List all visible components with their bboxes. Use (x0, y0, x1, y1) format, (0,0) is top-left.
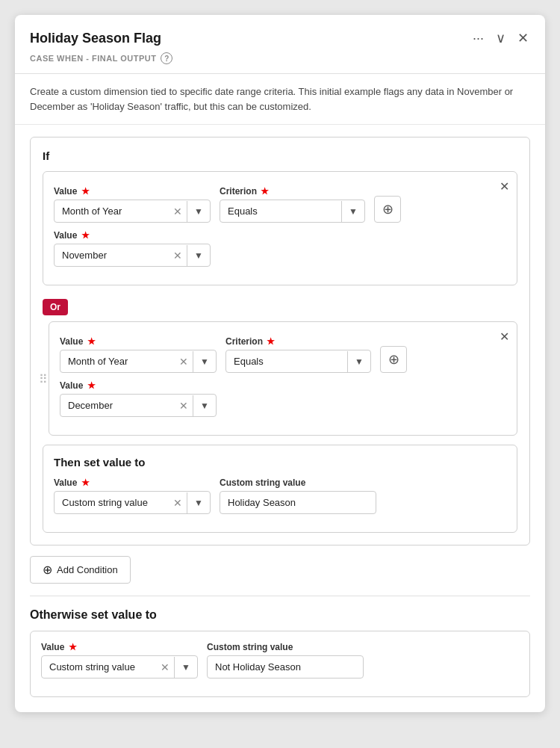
condition-1-value-label: Value ★ (54, 186, 211, 197)
then-value-select[interactable]: Custom string value ✕ ▼ (54, 491, 211, 514)
close-icon: ✕ (517, 30, 529, 46)
then-value-clear[interactable]: ✕ (169, 497, 187, 509)
collapse-button[interactable]: ∨ (494, 28, 507, 48)
condition-2-value-clear[interactable]: ✕ (175, 356, 193, 368)
condition-2-close-button[interactable]: ✕ (500, 330, 509, 344)
condition-2-criterion-arrow[interactable]: ▼ (347, 351, 370, 372)
condition-1-value-clear[interactable]: ✕ (169, 205, 187, 217)
then-row: Value ★ Custom string value ✕ ▼ Custom s… (54, 477, 506, 514)
more-icon: ··· (473, 31, 484, 46)
condition-1-criterion-arrow[interactable]: ▼ (341, 201, 364, 222)
then-block: Then set value to Value ★ Custom string … (43, 445, 517, 533)
condition-1-value-arrow[interactable]: ▼ (187, 201, 210, 222)
otherwise-value-arrow[interactable]: ▼ (174, 657, 197, 678)
condition-1-second-value-group: Value ★ November ✕ ▼ (54, 230, 211, 267)
condition-2-criterion-group: Criterion ★ Equals ▼ (225, 336, 371, 373)
otherwise-label: Otherwise set value to (30, 608, 530, 622)
panel-subtitle: CASE WHEN - FINAL OUTPUT ? (30, 52, 530, 64)
otherwise-block: Value ★ Custom string value ✕ ▼ Custom s… (30, 631, 530, 697)
plus-icon: ⊕ (43, 563, 52, 577)
more-options-button[interactable]: ··· (471, 29, 485, 48)
condition-1-second-value-arrow[interactable]: ▼ (187, 245, 210, 266)
then-value-label: Value ★ (54, 477, 211, 488)
if-block: If ✕ Value ★ Month of Year ✕ ▼ (30, 137, 530, 545)
condition-card-1: ✕ Value ★ Month of Year ✕ ▼ (43, 171, 517, 285)
otherwise-value-clear[interactable]: ✕ (156, 661, 174, 673)
condition-2-second-value-arrow[interactable]: ▼ (193, 395, 216, 416)
panel-header-top: Holiday Season Flag ··· ∨ ✕ (30, 28, 530, 48)
condition-1-value-select[interactable]: Month of Year ✕ ▼ (54, 200, 211, 223)
otherwise-row: Value ★ Custom string value ✕ ▼ Custom s… (41, 642, 519, 679)
then-custom-string-label: Custom string value (220, 477, 376, 488)
otherwise-custom-string-group: Custom string value (207, 642, 364, 679)
condition-1-second-value-select[interactable]: November ✕ ▼ (54, 244, 211, 267)
then-custom-string-input[interactable] (220, 491, 376, 514)
condition-1-second-value-label: Value ★ (54, 230, 211, 241)
drag-handle[interactable]: ⠿ (39, 371, 48, 386)
panel-header: Holiday Season Flag ··· ∨ ✕ CASE WHEN - … (15, 15, 545, 74)
header-actions: ··· ∨ ✕ (471, 28, 530, 48)
then-value-arrow[interactable]: ▼ (187, 492, 210, 513)
condition-2-add-group: x ⊕ (380, 333, 407, 373)
panel-description: Create a custom dimension tied to specif… (15, 74, 545, 125)
condition-1-value-group: Value ★ Month of Year ✕ ▼ (54, 186, 211, 223)
section-divider (30, 596, 530, 596)
condition-1-criterion-label: Criterion ★ (220, 186, 365, 197)
then-value-group: Value ★ Custom string value ✕ ▼ (54, 477, 211, 514)
add-condition-button[interactable]: ⊕ Add Condition (30, 556, 131, 584)
otherwise-custom-string-input[interactable] (207, 655, 364, 679)
otherwise-custom-string-label: Custom string value (207, 642, 364, 652)
if-label: If (43, 149, 517, 162)
condition-2-row-2: Value ★ December ✕ ▼ (60, 380, 506, 417)
panel-title: Holiday Season Flag (30, 31, 161, 46)
condition-1-close-button[interactable]: ✕ (500, 179, 509, 194)
condition-card-2: ⠿ ✕ Value ★ Month of Year ✕ ▼ (49, 321, 517, 436)
or-badge: Or (43, 293, 517, 321)
otherwise-value-group: Value ★ Custom string value ✕ ▼ (41, 642, 198, 679)
condition-2-criterion-select[interactable]: Equals ▼ (225, 350, 371, 373)
condition-1-row-2: Value ★ November ✕ ▼ (54, 230, 506, 267)
condition-2-second-value-label: Value ★ (60, 380, 217, 391)
condition-2-value-label: Value ★ (60, 336, 217, 347)
otherwise-value-label: Value ★ (41, 642, 198, 652)
condition-1-criterion-select[interactable]: Equals ▼ (220, 200, 365, 223)
condition-1-add-group: x ⊕ (374, 182, 401, 223)
close-button[interactable]: ✕ (516, 28, 530, 48)
condition-1-add-button[interactable]: ⊕ (374, 196, 401, 223)
condition-2-second-value-select[interactable]: December ✕ ▼ (60, 394, 217, 417)
condition-1-second-value-clear[interactable]: ✕ (169, 250, 187, 262)
close-icon: ✕ (500, 180, 509, 193)
then-custom-string-group: Custom string value (220, 477, 376, 514)
condition-2-row-1: Value ★ Month of Year ✕ ▼ Criterion ★ (60, 333, 506, 373)
condition-2-second-value-group: Value ★ December ✕ ▼ (60, 380, 217, 417)
help-icon[interactable]: ? (161, 52, 172, 64)
then-label: Then set value to (54, 456, 506, 469)
otherwise-value-select[interactable]: Custom string value ✕ ▼ (41, 655, 198, 679)
condition-2-value-arrow[interactable]: ▼ (193, 351, 216, 372)
condition-1-criterion-group: Criterion ★ Equals ▼ (220, 186, 365, 223)
condition-1-row-1: Value ★ Month of Year ✕ ▼ Criterion ★ (54, 182, 506, 223)
close-icon: ✕ (500, 330, 509, 343)
condition-2-criterion-label: Criterion ★ (225, 336, 371, 347)
condition-2-value-group: Value ★ Month of Year ✕ ▼ (60, 336, 217, 373)
condition-2-add-button[interactable]: ⊕ (380, 346, 407, 373)
chevron-down-icon: ∨ (496, 30, 505, 46)
condition-2-second-value-clear[interactable]: ✕ (175, 400, 193, 412)
panel-body: If ✕ Value ★ Month of Year ✕ ▼ (15, 125, 545, 712)
main-panel: Holiday Season Flag ··· ∨ ✕ CASE WHEN - … (15, 15, 545, 712)
condition-2-value-select[interactable]: Month of Year ✕ ▼ (60, 350, 217, 373)
